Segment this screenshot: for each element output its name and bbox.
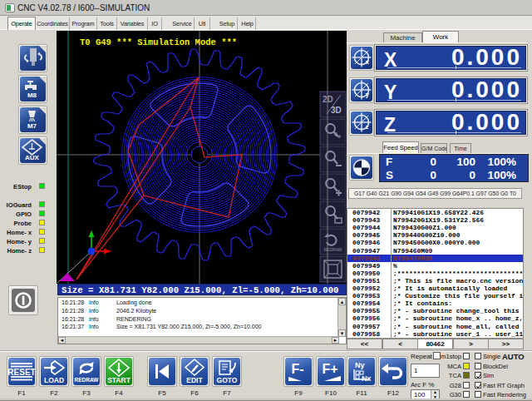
svg-text:EDIT: EDIT [186, 376, 203, 384]
svg-text:x: x [366, 58, 370, 66]
svg-text:START: START [107, 376, 131, 384]
svg-text:M8: M8 [27, 92, 37, 99]
svg-text:3D: 3D [331, 106, 342, 115]
svg-text:Nx: Nx [362, 374, 372, 383]
svg-text:LOAD: LOAD [44, 376, 64, 384]
svg-text:M7: M7 [27, 122, 37, 130]
svg-text:F+: F+ [322, 362, 337, 376]
svg-text:y: y [366, 91, 370, 98]
svg-text:AUX: AUX [25, 154, 40, 161]
svg-text:REDRAW: REDRAW [75, 377, 100, 383]
svg-text:z: z [366, 123, 369, 131]
svg-text:GOTO: GOTO [217, 376, 238, 384]
svg-text:RESET: RESET [8, 368, 35, 377]
svg-text:F-: F- [291, 362, 303, 376]
svg-text:Ny: Ny [355, 361, 365, 369]
svg-text:REDRAW: REDRAW [323, 247, 342, 252]
svg-text:T0 G49 *** Simulation Mode ***: T0 G49 *** Simulation Mode *** [80, 37, 237, 47]
